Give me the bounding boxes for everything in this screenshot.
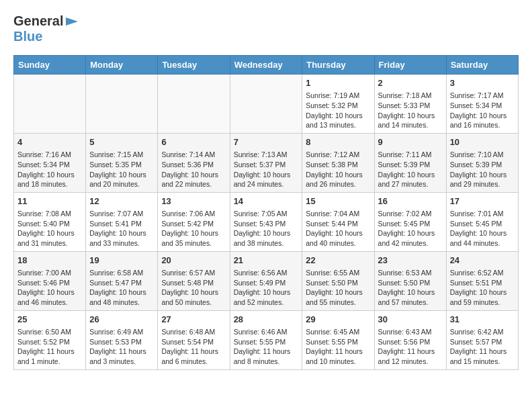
day-info: and 42 minutes.: [378, 238, 443, 248]
day-info: Sunset: 5:55 PM: [234, 337, 299, 347]
day-info: Daylight: 10 hours: [161, 228, 226, 238]
day-info: and 16 minutes.: [450, 120, 515, 130]
day-info: Sunset: 5:36 PM: [161, 160, 226, 170]
day-info: Daylight: 10 hours: [161, 287, 226, 298]
day-info: Sunrise: 6:52 AM: [450, 268, 515, 278]
calendar-cell: 29Sunrise: 6:45 AMSunset: 5:55 PMDayligh…: [302, 310, 374, 369]
weekday-header-saturday: Saturday: [446, 56, 518, 75]
calendar-cell: 21Sunrise: 6:56 AMSunset: 5:49 PMDayligh…: [230, 251, 302, 310]
day-number: 14: [234, 195, 299, 208]
day-number: 29: [306, 314, 370, 326]
logo-blue-text: Blue: [13, 29, 42, 44]
day-info: Daylight: 10 hours: [378, 111, 443, 121]
day-info: and 15 minutes.: [450, 357, 515, 367]
day-info: Sunrise: 6:55 AM: [306, 268, 370, 278]
weekday-header-monday: Monday: [86, 56, 158, 75]
weekday-header-wednesday: Wednesday: [230, 56, 302, 75]
weekday-header-tuesday: Tuesday: [158, 56, 230, 75]
day-number: 8: [306, 136, 370, 148]
day-number: 28: [234, 314, 299, 326]
day-info: Sunset: 5:52 PM: [17, 337, 82, 347]
calendar-cell: 15Sunrise: 7:04 AMSunset: 5:44 PMDayligh…: [302, 192, 374, 251]
day-info: and 57 minutes.: [378, 298, 443, 308]
logo-wordmark: General: [13, 13, 79, 29]
day-info: and 52 minutes.: [234, 298, 299, 308]
calendar-cell: 19Sunrise: 6:58 AMSunset: 5:47 PMDayligh…: [86, 251, 158, 310]
weekday-header-sunday: Sunday: [14, 56, 86, 75]
day-number: 16: [378, 195, 443, 208]
day-number: 27: [161, 314, 226, 326]
day-info: and 20 minutes.: [89, 179, 154, 189]
day-number: 18: [17, 255, 82, 267]
day-info: and 26 minutes.: [306, 179, 370, 189]
day-info: and 44 minutes.: [450, 238, 515, 248]
day-number: 7: [234, 136, 299, 148]
weekday-header-thursday: Thursday: [302, 56, 374, 75]
day-info: and 31 minutes.: [17, 238, 82, 248]
day-info: Sunrise: 6:48 AM: [161, 327, 226, 337]
calendar-cell: [86, 75, 158, 134]
day-info: Sunrise: 6:56 AM: [234, 268, 299, 278]
day-info: Sunset: 5:45 PM: [450, 219, 515, 229]
day-number: 24: [450, 255, 515, 267]
day-info: and 38 minutes.: [234, 238, 299, 248]
day-info: Sunset: 5:54 PM: [161, 337, 226, 347]
day-info: Daylight: 10 hours: [89, 170, 154, 180]
calendar-header-row: SundayMondayTuesdayWednesdayThursdayFrid…: [14, 56, 519, 75]
day-number: 26: [89, 314, 154, 326]
day-info: Sunrise: 7:19 AM: [306, 91, 370, 101]
day-info: Daylight: 10 hours: [378, 228, 443, 238]
day-info: Sunset: 5:33 PM: [378, 101, 443, 111]
day-info: Daylight: 10 hours: [161, 170, 226, 180]
calendar-cell: 16Sunrise: 7:02 AMSunset: 5:45 PMDayligh…: [374, 192, 446, 251]
svg-marker-0: [66, 17, 78, 26]
day-info: and 13 minutes.: [306, 120, 370, 130]
calendar-week-row: 18Sunrise: 7:00 AMSunset: 5:46 PMDayligh…: [14, 251, 519, 310]
day-number: 25: [17, 314, 82, 326]
day-info: Sunset: 5:41 PM: [89, 219, 154, 229]
calendar-cell: 17Sunrise: 7:01 AMSunset: 5:45 PMDayligh…: [446, 192, 518, 251]
calendar-week-row: 4Sunrise: 7:16 AMSunset: 5:34 PMDaylight…: [14, 133, 519, 192]
calendar-cell: 5Sunrise: 7:15 AMSunset: 5:35 PMDaylight…: [86, 133, 158, 192]
day-number: 1: [306, 77, 370, 89]
calendar-table: SundayMondayTuesdayWednesdayThursdayFrid…: [13, 55, 519, 370]
day-info: Daylight: 11 hours: [161, 347, 226, 357]
day-info: Sunset: 5:43 PM: [234, 219, 299, 229]
day-info: Sunrise: 6:50 AM: [17, 327, 82, 337]
logo-triangle-icon: [64, 15, 78, 28]
day-number: 11: [17, 195, 82, 208]
day-info: Sunset: 5:34 PM: [17, 160, 82, 170]
day-info: and 1 minute.: [17, 357, 82, 367]
day-number: 31: [450, 314, 515, 326]
day-info: Sunrise: 6:57 AM: [161, 268, 226, 278]
day-info: and 18 minutes.: [17, 179, 82, 189]
day-info: Sunset: 5:37 PM: [234, 160, 299, 170]
day-info: Sunrise: 7:01 AM: [450, 209, 515, 219]
day-info: Daylight: 11 hours: [234, 347, 299, 357]
day-info: Sunset: 5:48 PM: [161, 278, 226, 288]
day-info: Sunset: 5:32 PM: [306, 101, 370, 111]
calendar-cell: 26Sunrise: 6:49 AMSunset: 5:53 PMDayligh…: [86, 310, 158, 369]
day-info: and 27 minutes.: [378, 179, 443, 189]
day-number: 20: [161, 255, 226, 267]
day-info: Sunrise: 7:07 AM: [89, 209, 154, 219]
day-info: Daylight: 10 hours: [450, 111, 515, 121]
day-info: Sunset: 5:42 PM: [161, 219, 226, 229]
calendar-week-row: 1Sunrise: 7:19 AMSunset: 5:32 PMDaylight…: [14, 75, 519, 134]
calendar-cell: 2Sunrise: 7:18 AMSunset: 5:33 PMDaylight…: [374, 75, 446, 134]
day-info: Daylight: 10 hours: [17, 287, 82, 298]
day-info: Daylight: 10 hours: [306, 228, 370, 238]
day-info: Sunset: 5:40 PM: [17, 219, 82, 229]
day-info: Daylight: 10 hours: [234, 228, 299, 238]
day-info: and 40 minutes.: [306, 238, 370, 248]
day-info: Sunrise: 6:43 AM: [378, 327, 443, 337]
day-info: and 33 minutes.: [89, 238, 154, 248]
day-info: and 12 minutes.: [378, 357, 443, 367]
day-info: and 3 minutes.: [89, 357, 154, 367]
day-info: and 6 minutes.: [161, 357, 226, 367]
weekday-header-friday: Friday: [374, 56, 446, 75]
day-info: and 8 minutes.: [234, 357, 299, 367]
day-info: Daylight: 10 hours: [450, 228, 515, 238]
day-info: Sunrise: 7:11 AM: [378, 150, 443, 160]
day-info: Daylight: 10 hours: [450, 287, 515, 298]
